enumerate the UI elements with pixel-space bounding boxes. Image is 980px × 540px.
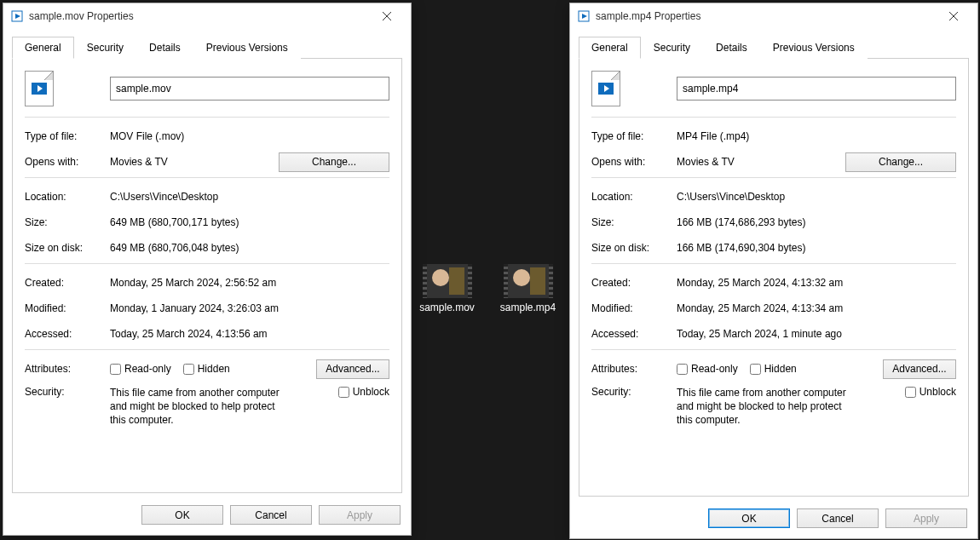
change-button[interactable]: Change... xyxy=(845,152,956,172)
titlebar[interactable]: sample.mov Properties xyxy=(3,3,411,29)
value-location: C:\Users\Vince\Desktop xyxy=(110,191,389,203)
advanced-button[interactable]: Advanced... xyxy=(316,359,389,379)
close-icon xyxy=(948,11,959,21)
cancel-button[interactable]: Cancel xyxy=(230,505,312,525)
label-security: Security: xyxy=(25,386,110,398)
desktop-icons-group: sample.mov sample.mp4 xyxy=(415,264,560,313)
label-size: Size: xyxy=(591,216,677,228)
separator xyxy=(591,349,956,350)
separator xyxy=(25,177,389,178)
tabstrip: General Security Details Previous Versio… xyxy=(3,29,411,58)
separator xyxy=(591,177,956,178)
change-button[interactable]: Change... xyxy=(279,152,389,172)
file-type-icon xyxy=(25,71,110,106)
label-opens-with: Opens with: xyxy=(25,156,110,168)
hidden-checkbox[interactable]: Hidden xyxy=(750,363,797,375)
separator xyxy=(25,117,389,118)
security-warning-text: This file came from another computer and… xyxy=(677,386,856,428)
hidden-checkbox[interactable]: Hidden xyxy=(183,363,230,375)
apply-button[interactable]: Apply xyxy=(319,505,401,525)
value-created: Monday, 25 March 2024, 2:56:52 am xyxy=(110,277,389,289)
filename-input[interactable] xyxy=(677,77,956,101)
app-icon xyxy=(577,9,591,23)
close-button[interactable] xyxy=(937,4,971,28)
file-type-icon xyxy=(591,71,677,106)
filename-input[interactable] xyxy=(110,77,389,101)
separator xyxy=(25,263,389,264)
label-location: Location: xyxy=(25,191,110,203)
properties-dialog-mov: sample.mov Properties General Security D… xyxy=(3,3,412,536)
window-title: sample.mov Properties xyxy=(29,10,370,22)
ok-button[interactable]: OK xyxy=(708,508,790,528)
value-accessed: Today, 25 March 2024, 1 minute ago xyxy=(677,328,956,340)
tab-details[interactable]: Details xyxy=(136,37,193,59)
ok-button[interactable]: OK xyxy=(141,505,223,525)
label-modified: Modified: xyxy=(591,302,677,314)
security-warning-text: This file came from another computer and… xyxy=(110,386,289,428)
tab-page-general: Type of file: MP4 File (.mp4) Opens with… xyxy=(579,58,969,497)
value-modified: Monday, 1 January 2024, 3:26:03 am xyxy=(110,302,389,314)
properties-dialog-mp4: sample.mp4 Properties General Security D… xyxy=(569,3,978,539)
cancel-button[interactable]: Cancel xyxy=(797,508,879,528)
tab-security[interactable]: Security xyxy=(641,37,703,59)
readonly-checkbox[interactable]: Read-only xyxy=(110,363,171,375)
value-opens-with: Movies & TV xyxy=(110,156,279,168)
value-type-of-file: MP4 File (.mp4) xyxy=(677,130,956,142)
desktop-file-label: sample.mov xyxy=(415,302,479,313)
separator xyxy=(591,117,956,118)
desktop-file-sample-mp4[interactable]: sample.mp4 xyxy=(496,264,560,313)
value-modified: Monday, 25 March 2024, 4:13:34 am xyxy=(677,302,956,314)
tab-general[interactable]: General xyxy=(12,37,74,59)
label-created: Created: xyxy=(591,277,677,289)
readonly-checkbox[interactable]: Read-only xyxy=(677,363,738,375)
tab-page-general: Type of file: MOV File (.mov) Opens with… xyxy=(12,58,402,493)
value-created: Monday, 25 March 2024, 4:13:32 am xyxy=(677,277,956,289)
label-modified: Modified: xyxy=(25,302,110,314)
label-attributes: Attributes: xyxy=(591,363,677,375)
tab-general[interactable]: General xyxy=(579,37,641,59)
value-size-on-disk: 649 MB (680,706,048 bytes) xyxy=(110,242,389,254)
hidden-label: Hidden xyxy=(764,363,797,375)
value-size-on-disk: 166 MB (174,690,304 bytes) xyxy=(677,242,956,254)
window-title: sample.mp4 Properties xyxy=(596,10,937,22)
app-icon xyxy=(10,9,24,23)
label-attributes: Attributes: xyxy=(25,363,110,375)
label-type-of-file: Type of file: xyxy=(591,130,677,142)
unblock-label: Unblock xyxy=(353,386,389,398)
desktop-file-label: sample.mp4 xyxy=(496,302,560,313)
value-location: C:\Users\Vince\Desktop xyxy=(677,191,956,203)
close-button[interactable] xyxy=(370,4,404,28)
desktop-file-sample-mov[interactable]: sample.mov xyxy=(415,264,479,313)
value-opens-with: Movies & TV xyxy=(677,156,845,168)
tab-previous-versions[interactable]: Previous Versions xyxy=(760,37,868,59)
value-size: 649 MB (680,700,171 bytes) xyxy=(110,216,389,228)
label-opens-with: Opens with: xyxy=(591,156,677,168)
separator xyxy=(25,349,389,350)
label-created: Created: xyxy=(25,277,110,289)
value-type-of-file: MOV File (.mov) xyxy=(110,130,389,142)
label-type-of-file: Type of file: xyxy=(25,130,110,142)
separator xyxy=(591,263,956,264)
value-size: 166 MB (174,686,293 bytes) xyxy=(677,216,956,228)
dialog-button-row: OK Cancel Apply xyxy=(3,498,411,535)
svg-marker-5 xyxy=(582,14,587,19)
tabstrip: General Security Details Previous Versio… xyxy=(570,29,977,58)
unblock-checkbox[interactable]: Unblock xyxy=(338,386,389,398)
label-size-on-disk: Size on disk: xyxy=(591,242,677,254)
tab-details[interactable]: Details xyxy=(703,37,760,59)
label-accessed: Accessed: xyxy=(591,328,677,340)
advanced-button[interactable]: Advanced... xyxy=(883,359,956,379)
unblock-checkbox[interactable]: Unblock xyxy=(905,386,956,398)
video-thumbnail-icon xyxy=(504,264,553,298)
titlebar[interactable]: sample.mp4 Properties xyxy=(570,3,977,29)
readonly-label: Read-only xyxy=(124,363,171,375)
hidden-label: Hidden xyxy=(198,363,230,375)
label-security: Security: xyxy=(591,386,677,398)
tab-security[interactable]: Security xyxy=(74,37,136,59)
dialog-button-row: OK Cancel Apply xyxy=(570,502,977,538)
readonly-label: Read-only xyxy=(691,363,738,375)
apply-button[interactable]: Apply xyxy=(885,508,967,528)
tab-previous-versions[interactable]: Previous Versions xyxy=(193,37,301,59)
video-thumbnail-icon xyxy=(423,264,472,298)
close-icon xyxy=(382,11,392,21)
